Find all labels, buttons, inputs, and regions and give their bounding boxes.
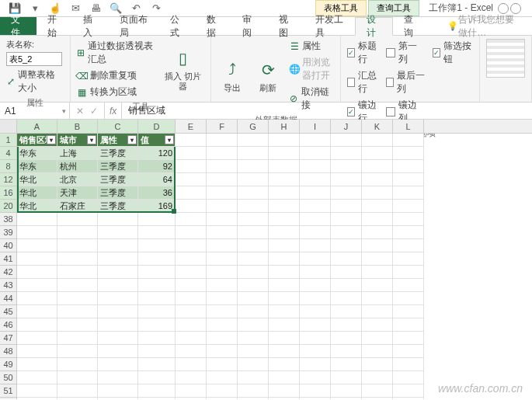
row-header[interactable]: 46	[0, 318, 16, 332]
cell[interactable]	[238, 384, 269, 398]
cell[interactable]	[57, 252, 98, 266]
filter-icon[interactable]: ▾	[165, 135, 174, 144]
table-cell[interactable]: 三季度	[98, 160, 138, 173]
cell[interactable]	[300, 239, 331, 252]
cell[interactable]	[362, 173, 393, 186]
cells-area[interactable]: 销售区域▾城市▾属性▾值▾华东上海三季度120华东杭州三季度92华北北京三季度6…	[17, 134, 532, 399]
cell[interactable]	[57, 371, 98, 384]
row-header[interactable]: 8	[0, 160, 16, 173]
cell[interactable]	[207, 266, 238, 279]
cell[interactable]	[138, 398, 176, 399]
table-header-cell[interactable]: 属性▾	[98, 134, 138, 147]
cell[interactable]	[362, 345, 393, 358]
style-preview[interactable]	[486, 39, 525, 78]
table-cell[interactable]: 36	[138, 186, 176, 200]
tab-view[interactable]: 视图	[268, 17, 304, 35]
row-header[interactable]: 16	[0, 186, 16, 200]
cell[interactable]	[176, 266, 207, 279]
cell[interactable]	[207, 318, 238, 332]
cell[interactable]	[269, 266, 300, 279]
cell[interactable]	[176, 147, 207, 160]
fx-icon[interactable]: fx	[105, 103, 122, 119]
cell[interactable]	[300, 398, 331, 399]
cell[interactable]	[176, 173, 207, 186]
cell[interactable]	[238, 239, 269, 252]
cell[interactable]	[238, 371, 269, 384]
cell[interactable]	[98, 318, 138, 332]
tell-me[interactable]: 💡 告诉我您想要做什…	[436, 17, 532, 35]
cell[interactable]	[393, 173, 424, 186]
cell[interactable]	[207, 173, 238, 186]
row-header[interactable]: 12	[0, 173, 16, 186]
cell[interactable]	[238, 279, 269, 292]
table-cell[interactable]: 华东	[17, 160, 57, 173]
cell[interactable]	[207, 279, 238, 292]
cell[interactable]	[331, 239, 362, 252]
tab-home[interactable]: 开始	[37, 17, 73, 35]
cell[interactable]	[17, 305, 57, 318]
table-cell[interactable]: 三季度	[98, 173, 138, 186]
cell[interactable]	[269, 292, 300, 305]
caret-icon[interactable]: ▾	[30, 3, 40, 14]
tab-layout[interactable]: 页面布局	[109, 17, 159, 35]
cell[interactable]	[331, 252, 362, 266]
cell[interactable]	[138, 371, 176, 384]
cell[interactable]	[331, 384, 362, 398]
cell[interactable]	[98, 279, 138, 292]
cell[interactable]	[393, 371, 424, 384]
row-header[interactable]: 50	[0, 371, 16, 384]
cell[interactable]	[362, 252, 393, 266]
cancel-icon[interactable]: ✕	[76, 106, 84, 117]
cell[interactable]	[57, 305, 98, 318]
cell[interactable]	[393, 358, 424, 371]
cell[interactable]	[300, 345, 331, 358]
export-button[interactable]: ⤴导出	[217, 39, 247, 113]
cell[interactable]	[393, 200, 424, 213]
cell[interactable]	[300, 266, 331, 279]
cell[interactable]	[17, 213, 57, 226]
cell[interactable]	[238, 147, 269, 160]
cell[interactable]	[331, 305, 362, 318]
table-cell[interactable]: 华东	[17, 147, 57, 160]
cell[interactable]	[300, 384, 331, 398]
cell[interactable]	[362, 200, 393, 213]
chk-filter[interactable]: ✓筛选按钮	[433, 39, 473, 67]
cell[interactable]	[138, 292, 176, 305]
cell[interactable]	[393, 305, 424, 318]
cell[interactable]	[393, 160, 424, 173]
cell[interactable]	[300, 173, 331, 186]
slicer-button[interactable]: ▯ 插入 切片器	[162, 39, 204, 99]
cell[interactable]	[393, 384, 424, 398]
cell[interactable]	[207, 186, 238, 200]
cell[interactable]	[331, 279, 362, 292]
cell[interactable]	[17, 345, 57, 358]
cell[interactable]	[269, 173, 300, 186]
cell[interactable]	[176, 160, 207, 173]
cell[interactable]	[331, 266, 362, 279]
cell[interactable]	[176, 252, 207, 266]
cell[interactable]	[57, 332, 98, 345]
range-button[interactable]: ▦转换为区域	[77, 85, 155, 99]
col-header-E[interactable]: E	[176, 120, 207, 133]
tab-review[interactable]: 审阅	[231, 17, 268, 35]
cell[interactable]	[207, 252, 238, 266]
table-cell[interactable]: 北京	[57, 173, 98, 186]
cell[interactable]	[331, 292, 362, 305]
cell[interactable]	[98, 305, 138, 318]
preview-icon[interactable]: 🔍	[110, 3, 121, 14]
cell[interactable]	[98, 358, 138, 371]
cell[interactable]	[331, 398, 362, 399]
cell[interactable]	[138, 332, 176, 345]
cell[interactable]	[98, 266, 138, 279]
cell[interactable]	[269, 358, 300, 371]
cell[interactable]	[393, 134, 424, 147]
cell[interactable]	[57, 279, 98, 292]
tab-file[interactable]: 文件	[0, 17, 37, 35]
cell[interactable]	[98, 252, 138, 266]
cell[interactable]	[393, 266, 424, 279]
cell[interactable]	[207, 134, 238, 147]
cell[interactable]	[138, 279, 176, 292]
cell[interactable]	[393, 147, 424, 160]
cell[interactable]	[238, 213, 269, 226]
cell[interactable]	[17, 226, 57, 239]
